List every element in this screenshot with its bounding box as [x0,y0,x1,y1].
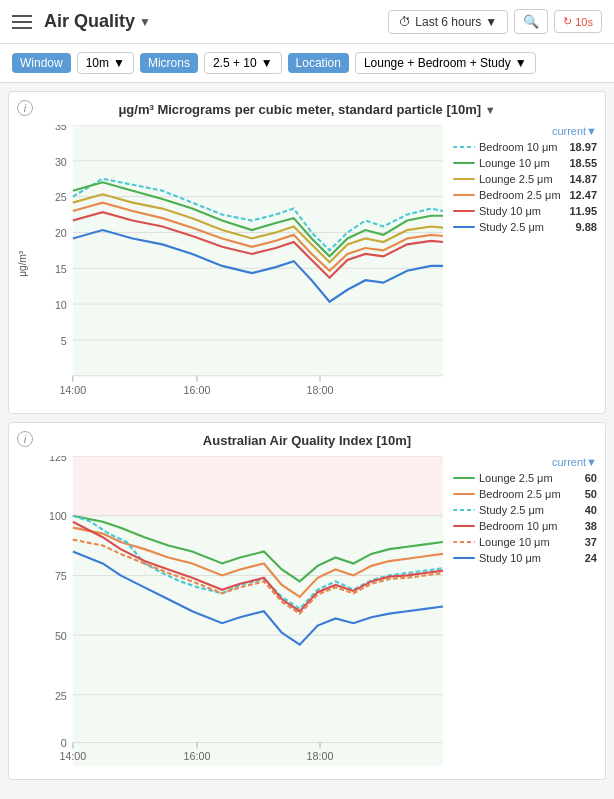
refresh-button[interactable]: ↻ 10s [554,10,602,33]
svg-text:35: 35 [55,125,67,132]
legend-left: Bedroom 2.5 μm [453,189,561,201]
chart1-legend: current▼ Bedroom 10 μm 18.97 Lounge 10 μ… [447,125,597,403]
legend-label: Study 2.5 μm [479,221,544,233]
legend-left: Study 10 μm [453,552,541,564]
chart2-panel: i Australian Air Quality Index [10m] 125… [8,422,606,780]
legend-item[interactable]: Study 10 μm 11.95 [453,205,597,217]
legend-line-color [453,557,475,559]
chart2-title: Australian Air Quality Index [10m] [17,433,597,448]
chart2-legend: current▼ Lounge 2.5 μm 60 Bedroom 2.5 μm… [447,456,597,769]
legend-label: Lounge 2.5 μm [479,472,553,484]
svg-text:14:00: 14:00 [59,384,86,396]
chart1-y-label: μg/m³ [17,125,33,403]
microns-dropdown-arrow: ▼ [261,56,273,70]
time-range-button[interactable]: ⏱ Last 6 hours ▼ [388,10,508,34]
legend-item[interactable]: Study 10 μm 24 [453,552,597,564]
chart2-svg-container: 125 100 75 50 25 0 14:00 [37,456,443,769]
legend-label: Study 10 μm [479,205,541,217]
legend-item[interactable]: Bedroom 2.5 μm 12.47 [453,189,597,201]
legend-left: Study 2.5 μm [453,221,544,233]
chart1-title: μg/m³ Micrograms per cubic meter, standa… [17,102,597,117]
legend-line-color [453,194,475,196]
microns-label: Microns [140,53,198,73]
page-title: Air Quality [44,11,135,32]
svg-text:30: 30 [55,156,67,168]
refresh-label: 10s [575,16,593,28]
svg-text:18:00: 18:00 [307,384,334,396]
legend-value: 9.88 [576,221,597,233]
chart1-svg-container: 35 30 25 20 15 10 5 [37,125,443,403]
legend-item[interactable]: Study 2.5 μm 9.88 [453,221,597,233]
legend-label: Bedroom 10 μm [479,520,557,532]
legend-label: Study 2.5 μm [479,504,544,516]
legend-line-color [453,146,475,148]
legend-label: Bedroom 2.5 μm [479,488,561,500]
chart1-info-icon[interactable]: i [17,100,33,116]
chart1-area: μg/m³ 35 30 25 20 15 10 [17,125,597,403]
chart1-panel: i μg/m³ Micrograms per cubic meter, stan… [8,91,606,414]
title-dropdown-arrow[interactable]: ▼ [139,15,151,29]
legend-item[interactable]: Lounge 2.5 μm 60 [453,472,597,484]
legend-value: 14.87 [569,173,597,185]
chart2-area: 125 100 75 50 25 0 14:00 [17,456,597,769]
legend-item[interactable]: Bedroom 2.5 μm 50 [453,488,597,500]
time-dropdown-arrow: ▼ [485,15,497,29]
location-value-button[interactable]: Lounge + Bedroom + Study ▼ [355,52,536,74]
legend-label: Study 10 μm [479,552,541,564]
chart2-info-icon[interactable]: i [17,431,33,447]
svg-text:20: 20 [55,227,67,239]
legend-left: Bedroom 10 μm [453,520,557,532]
time-range-label: Last 6 hours [415,15,481,29]
location-label: Location [288,53,349,73]
search-button[interactable]: 🔍 [514,9,548,34]
chart2-legend-header[interactable]: current▼ [453,456,597,468]
legend-left: Lounge 2.5 μm [453,472,553,484]
legend-value: 11.95 [569,205,597,217]
svg-text:14:00: 14:00 [59,750,86,762]
legend-item[interactable]: Bedroom 10 μm 38 [453,520,597,532]
svg-rect-22 [73,456,443,516]
legend-label: Bedroom 2.5 μm [479,189,561,201]
legend-item[interactable]: Lounge 10 μm 18.55 [453,157,597,169]
header-controls: ⏱ Last 6 hours ▼ 🔍 ↻ 10s [388,9,602,34]
svg-rect-0 [73,125,443,376]
svg-text:16:00: 16:00 [184,384,211,396]
hamburger-menu[interactable] [12,15,32,29]
legend-label: Bedroom 10 μm [479,141,557,153]
window-label: Window [12,53,71,73]
chart1-svg: 35 30 25 20 15 10 5 [37,125,443,400]
legend-label: Lounge 10 μm [479,536,550,548]
svg-text:25: 25 [55,191,67,203]
svg-text:5: 5 [61,335,67,347]
window-dropdown-arrow: ▼ [113,56,125,70]
svg-text:15: 15 [55,263,67,275]
legend-label: Lounge 2.5 μm [479,173,553,185]
chart2-svg: 125 100 75 50 25 0 14:00 [37,456,443,766]
legend-value: 18.55 [569,157,597,169]
legend-value: 12.47 [569,189,597,201]
microns-value-button[interactable]: 2.5 + 10 ▼ [204,52,282,74]
legend-item[interactable]: Bedroom 10 μm 18.97 [453,141,597,153]
legend-value: 40 [585,504,597,516]
legend-item[interactable]: Lounge 2.5 μm 14.87 [453,173,597,185]
legend-left: Lounge 2.5 μm [453,173,553,185]
legend-value: 50 [585,488,597,500]
window-value-button[interactable]: 10m ▼ [77,52,134,74]
svg-text:10: 10 [55,299,67,311]
svg-text:75: 75 [55,570,67,582]
legend-line-color [453,525,475,527]
app-header: Air Quality ▼ ⏱ Last 6 hours ▼ 🔍 ↻ 10s [0,0,614,44]
legend-value: 60 [585,472,597,484]
legend-item[interactable]: Study 2.5 μm 40 [453,504,597,516]
location-dropdown-arrow: ▼ [515,56,527,70]
legend-value: 37 [585,536,597,548]
clock-icon: ⏱ [399,15,411,29]
legend-item[interactable]: Lounge 10 μm 37 [453,536,597,548]
legend-line-color [453,477,475,479]
chart2-y-label [17,456,33,769]
refresh-icon: ↻ [563,15,572,28]
legend-value: 24 [585,552,597,564]
svg-text:50: 50 [55,630,67,642]
chart1-legend-header[interactable]: current▼ [453,125,597,137]
chart1-title-arrow[interactable]: ▼ [485,104,496,116]
